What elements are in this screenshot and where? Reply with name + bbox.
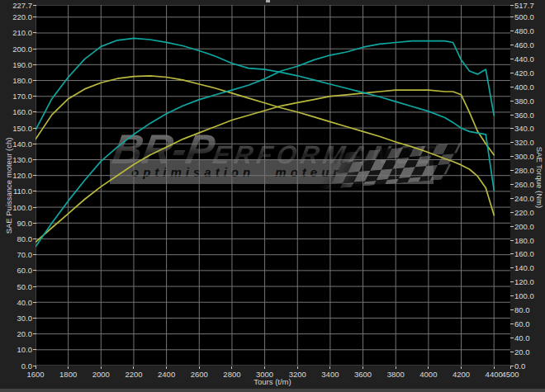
y-right-tick-mark [510, 295, 514, 296]
x-tick-label: 4500 [494, 370, 527, 379]
y-left-tick-mark [33, 144, 36, 144]
x-tick-mark [101, 366, 102, 369]
y-left-tick-mark [33, 286, 36, 287]
x-tick-mark [510, 366, 511, 369]
y-right-tick-mark [510, 212, 514, 213]
plot-area: BR-PERFORMANCE optimisation moteur [36, 5, 510, 366]
x-tick-mark [36, 366, 36, 369]
y-left-tick-mark [33, 96, 36, 97]
x-tick-mark [363, 366, 363, 369]
x-axis-title: Tours (t/m) [190, 377, 355, 386]
y-right-tick-mark [510, 240, 514, 241]
y-right-tick-mark [510, 366, 514, 366]
y-left-tick-mark [33, 80, 36, 81]
y-left-tick-mark [33, 254, 36, 255]
y-left-tick-mark [33, 207, 36, 208]
y-right-tick-mark [510, 324, 514, 324]
y-right-tick-mark [510, 101, 514, 102]
y-right-tick-mark [510, 226, 514, 227]
y-right-tick-mark [510, 267, 514, 268]
y-left-tick-mark [33, 159, 36, 160]
x-tick-mark [199, 366, 200, 369]
y-right-tick-mark [510, 170, 514, 171]
y-right-tick-mark [510, 253, 514, 254]
y-right-tick-mark [510, 338, 514, 338]
x-tick-mark [68, 366, 69, 369]
x-tick-mark [297, 366, 298, 369]
y-right-tick-mark [510, 5, 514, 6]
y-left-tick-mark [33, 302, 36, 303]
x-tick-label: 2000 [84, 370, 117, 379]
x-tick-mark [329, 366, 330, 369]
y-right-tick-mark [510, 73, 514, 73]
x-tick-label: 2400 [150, 370, 183, 379]
y-right-tick-mark [510, 309, 514, 310]
y-left-tick-mark [33, 49, 36, 50]
y-right-tick-mark [510, 115, 514, 116]
y-left-tick-mark [33, 191, 36, 191]
y-right-tick-mark [510, 17, 514, 17]
y-left-tick-mark [33, 223, 36, 224]
x-tick-label: 1800 [52, 370, 85, 379]
y-left-tick-mark [33, 128, 36, 129]
y-left-tick-mark [33, 175, 36, 176]
y-left-tick-mark [33, 5, 36, 6]
y-left-tick-mark [33, 64, 36, 65]
y-right-tick-mark [510, 142, 514, 143]
x-tick-label: 4200 [445, 370, 478, 379]
y-left-tick-mark [33, 333, 36, 334]
x-tick-label: 3800 [379, 370, 412, 379]
y-right-tick-mark [510, 87, 514, 87]
y-right-tick-mark [510, 198, 514, 199]
curves-svg [36, 5, 510, 366]
y-right-tick-mark [510, 45, 514, 45]
x-tick-mark [231, 366, 232, 369]
y-left-tick-mark [33, 32, 36, 33]
y-right-tick-mark [510, 281, 514, 282]
x-tick-label: 4000 [412, 370, 445, 379]
top-edge-artifact [266, 0, 270, 2]
x-tick-mark [461, 366, 462, 369]
y-right-tick-label: 0.0 [514, 361, 544, 371]
right-axis-title: SAE Torque (Nm) [534, 0, 544, 358]
x-tick-mark [133, 366, 134, 369]
y-left-tick-mark [33, 318, 36, 319]
y-left-tick-mark [33, 270, 36, 271]
y-right-tick-mark [510, 128, 514, 129]
y-right-tick-mark [510, 184, 514, 185]
y-left-tick-mark [33, 349, 36, 350]
dyno-chart-screen: BR-PERFORMANCE optimisation moteur 227.7… [0, 0, 545, 392]
x-tick-mark [166, 366, 167, 369]
y-right-tick-mark [510, 156, 514, 157]
y-left-tick-mark [33, 17, 36, 17]
y-right-tick-mark [510, 59, 514, 59]
x-tick-label: 2200 [117, 370, 150, 379]
left-axis-title: SAE Puissance moteur (ch) [4, 6, 14, 366]
x-tick-label: 1600 [19, 370, 52, 379]
y-left-tick-mark [33, 111, 36, 112]
y-left-tick-mark [33, 239, 36, 239]
y-right-tick-mark [510, 352, 514, 352]
y-right-tick-mark [510, 31, 514, 31]
x-tick-mark [428, 366, 429, 369]
x-tick-mark [396, 366, 396, 369]
x-tick-mark [264, 366, 265, 369]
footer-strip [0, 389, 545, 392]
x-tick-mark [494, 366, 495, 369]
